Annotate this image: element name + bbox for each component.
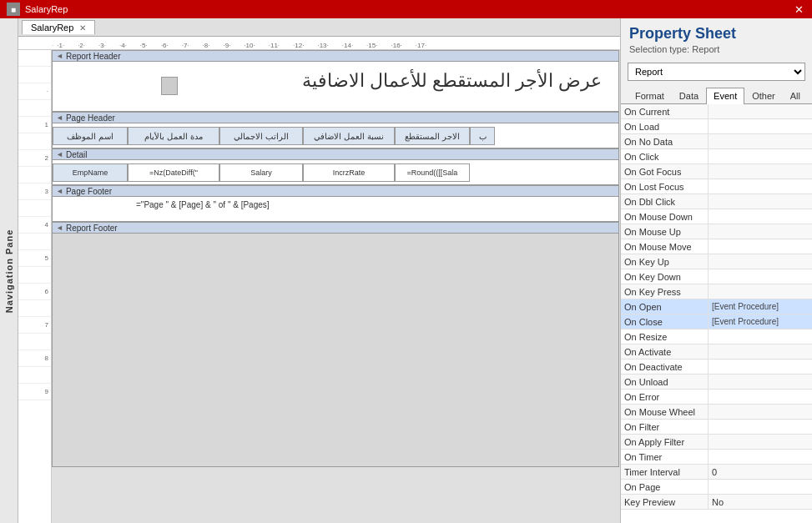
ps-property-value[interactable] [709,480,812,494]
ps-property-row[interactable]: On Activate [621,344,812,360]
navigation-pane: Navigation Pane [0,18,18,523]
ps-property-value[interactable]: No [709,495,812,509]
report-footer-content [52,234,619,467]
ps-property-value[interactable] [709,164,812,179]
ps-property-value[interactable] [709,254,812,269]
ps-property-row[interactable]: On Key Down [621,269,812,284]
ps-property-value[interactable] [709,329,812,344]
ps-property-value[interactable] [709,149,812,163]
ps-property-row[interactable]: On Mouse Up [621,224,812,239]
detail-section: ◄ Detail EmpName =Nz(DateDiff(" Salary I… [52,148,619,185]
ps-property-row[interactable]: On Got Focus [621,164,812,179]
ps-property-value[interactable] [709,344,812,359]
ps-property-row[interactable]: On No Data [621,134,812,149]
tab-data[interactable]: Data [672,88,706,103]
report-header-label: Report Header [66,52,121,61]
ps-property-value[interactable] [709,405,812,419]
ps-property-value[interactable]: 0 [709,465,812,479]
ps-tabs: Format Data Event Other All [621,88,812,104]
report-footer-bar[interactable]: ◄ Report Footer [52,222,619,234]
ps-property-value[interactable] [709,420,812,434]
ps-dropdown-row: Report [621,59,812,84]
tab-all[interactable]: All [783,88,808,103]
ps-property-label: On Click [621,149,709,163]
ps-property-row[interactable]: Key PreviewNo [621,495,812,510]
page-header-bar[interactable]: ◄ Page Header [52,112,619,123]
ps-property-value[interactable] [709,390,812,404]
ps-property-row[interactable]: On Apply Filter [621,435,812,450]
ps-property-value[interactable]: [Event Procedure] [709,299,812,314]
ps-property-row[interactable]: On Lost Focus [621,179,812,194]
ps-property-label: On Page [621,480,709,494]
ps-property-value[interactable] [709,239,812,254]
report-footer-label: Report Footer [66,224,118,233]
ps-property-row[interactable]: On Close[Event Procedure] [621,314,812,329]
ps-property-label: On Key Up [621,254,709,269]
ps-property-value[interactable] [709,435,812,449]
header-cell-2: الراتب الاجمالي [219,127,303,145]
property-sheet: Property Sheet Selection type: Report Re… [620,18,812,523]
ps-property-value[interactable]: [Event Procedure] [709,314,812,329]
ps-property-row[interactable]: On Resize [621,329,812,344]
tab-other[interactable]: Other [744,88,783,103]
page-footer-bar[interactable]: ◄ Page Footer [52,185,619,197]
ps-property-value[interactable] [709,194,812,209]
detail-label: Detail [66,150,88,159]
page-header-section: ◄ Page Header اسم الموظف مدة العمل بالأي… [52,112,619,148]
detail-row: EmpName =Nz(DateDiff(" Salary IncrzRate … [53,163,618,182]
ps-property-row[interactable]: On Mouse Move [621,239,812,254]
ps-property-row[interactable]: On Page [621,480,812,495]
ps-property-row[interactable]: On Load [621,119,812,134]
report-header-content: عرض الأجر المستقطع للأعمال الاضافية [52,62,619,112]
section-arrow-icon4: ◄ [56,187,63,195]
ps-object-dropdown[interactable]: Report [628,63,805,81]
ps-property-value[interactable] [709,269,812,284]
ps-property-row[interactable]: On Timer [621,450,812,465]
detail-bar[interactable]: ◄ Detail [52,148,619,160]
tab-event[interactable]: Event [706,88,744,104]
ps-property-row[interactable]: On Key Up [621,254,812,269]
ps-property-row[interactable]: On Filter [621,420,812,435]
ps-property-row[interactable]: Timer Interval0 [621,465,812,480]
ps-property-row[interactable]: On Mouse Down [621,209,812,224]
ps-properties-table: On CurrentOn LoadOn No DataOn ClickOn Go… [621,104,812,523]
report-tab[interactable]: SalaryRep ✕ [22,20,95,34]
app-icon: ■ [7,3,20,16]
report-title: عرض الأجر المستقطع للأعمال الاضافية [302,70,602,92]
tab-format[interactable]: Format [628,88,672,103]
ps-property-value[interactable] [709,284,812,299]
ps-property-value[interactable] [709,179,812,194]
ps-property-value[interactable] [709,224,812,239]
header-cell-5: ب [470,127,495,145]
section-arrow-icon3: ◄ [56,150,63,158]
header-cell-3: نسبة العمل الاضافي [303,127,395,145]
ps-property-value[interactable] [709,450,812,464]
ps-property-row[interactable]: On Error [621,390,812,405]
report-header-bar[interactable]: ◄ Report Header [52,50,619,62]
detail-cell-0: EmpName [53,163,128,182]
ps-property-row[interactable]: On Open[Event Procedure] [621,299,812,314]
report-content: · 1 2 3 4 5 6 7 8 [18,50,620,523]
ps-property-value[interactable] [709,360,812,374]
ps-property-value[interactable] [709,375,812,389]
designer-area: SalaryRep ✕ · ·1· ·2· ·3· ·4· ·5· ·6· ·7… [18,18,620,523]
ps-property-label: Key Preview [621,495,709,509]
ps-property-row[interactable]: On Mouse Wheel [621,405,812,420]
designer-tab-bar: SalaryRep ✕ [18,18,620,37]
ps-property-value[interactable] [709,209,812,224]
ps-property-row[interactable]: On Current [621,104,812,119]
ps-property-value[interactable] [709,104,812,118]
ps-property-row[interactable]: On Dbl Click [621,194,812,209]
ps-property-label: On Mouse Move [621,239,709,254]
ps-property-value[interactable] [709,134,812,148]
close-button[interactable]: ✕ [792,3,805,16]
ps-property-label: On Filter [621,420,709,434]
ps-property-row[interactable]: On Unload [621,375,812,390]
ruler-start: · [52,42,53,49]
report-canvas[interactable]: ◄ Report Header عرض الأجر المستقطع للأعم… [52,50,620,523]
ps-property-value[interactable] [709,119,812,133]
ps-property-row[interactable]: On Key Press [621,284,812,299]
ps-property-row[interactable]: On Deactivate [621,360,812,375]
ps-property-row[interactable]: On Click [621,149,812,164]
tab-close-icon[interactable]: ✕ [79,23,86,33]
